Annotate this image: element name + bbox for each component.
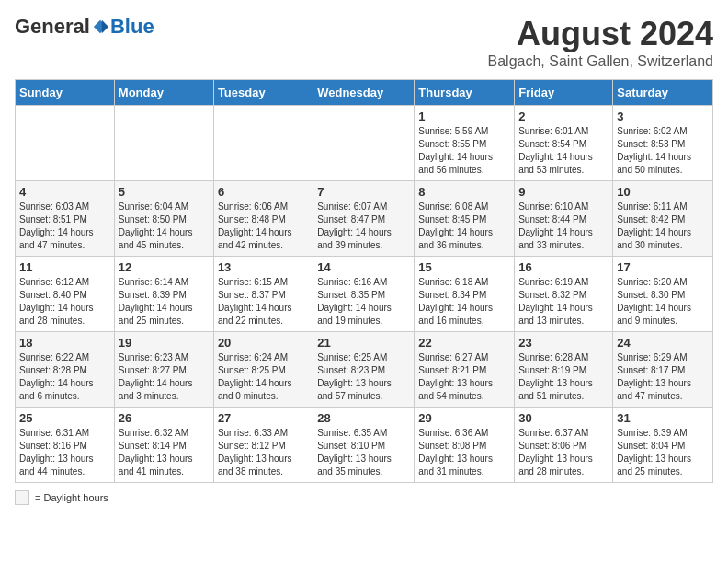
logo-icon <box>92 18 108 35</box>
day-number: 2 <box>518 109 609 123</box>
calendar-header-saturday: Saturday <box>613 80 713 106</box>
day-info: Sunrise: 6:18 AMSunset: 8:34 PMDaylight:… <box>418 276 510 327</box>
day-number: 8 <box>418 185 510 199</box>
day-info: Sunrise: 6:27 AMSunset: 8:21 PMDaylight:… <box>418 351 510 403</box>
calendar-cell: 27Sunrise: 6:33 AMSunset: 8:12 PMDayligh… <box>213 408 313 483</box>
calendar-header-thursday: Thursday <box>415 80 515 106</box>
calendar-cell: 4Sunrise: 6:03 AMSunset: 8:51 PMDaylight… <box>16 181 115 257</box>
day-number: 21 <box>317 336 410 350</box>
calendar-cell: 13Sunrise: 6:15 AMSunset: 8:37 PMDayligh… <box>213 257 313 332</box>
day-info: Sunrise: 6:16 AMSunset: 8:35 PMDaylight:… <box>317 276 410 327</box>
title-block: August 2024 Balgach, Saint Gallen, Switz… <box>488 15 713 70</box>
calendar-cell <box>213 106 313 181</box>
day-info: Sunrise: 6:12 AMSunset: 8:40 PMDaylight:… <box>19 276 110 327</box>
calendar-header-row: SundayMondayTuesdayWednesdayThursdayFrid… <box>16 80 713 106</box>
day-info: Sunrise: 6:11 AMSunset: 8:42 PMDaylight:… <box>617 201 709 252</box>
day-info: Sunrise: 6:15 AMSunset: 8:37 PMDaylight:… <box>218 276 309 327</box>
day-number: 4 <box>19 185 110 199</box>
calendar-cell: 12Sunrise: 6:14 AMSunset: 8:39 PMDayligh… <box>114 257 213 332</box>
day-info: Sunrise: 5:59 AMSunset: 8:55 PMDaylight:… <box>418 125 510 177</box>
calendar-cell: 20Sunrise: 6:24 AMSunset: 8:25 PMDayligh… <box>213 332 313 408</box>
day-info: Sunrise: 6:04 AMSunset: 8:50 PMDaylight:… <box>119 201 210 252</box>
day-number: 22 <box>418 336 510 350</box>
calendar-cell: 19Sunrise: 6:23 AMSunset: 8:27 PMDayligh… <box>114 332 213 408</box>
day-number: 3 <box>617 109 709 123</box>
day-number: 28 <box>317 411 410 425</box>
day-number: 9 <box>518 185 609 199</box>
day-number: 5 <box>119 185 210 199</box>
calendar-cell <box>16 106 115 181</box>
day-number: 18 <box>19 336 110 350</box>
calendar-cell: 10Sunrise: 6:11 AMSunset: 8:42 PMDayligh… <box>613 181 713 257</box>
day-number: 23 <box>518 336 609 350</box>
day-number: 29 <box>418 411 510 425</box>
calendar-cell: 31Sunrise: 6:39 AMSunset: 8:04 PMDayligh… <box>613 408 713 483</box>
calendar-cell <box>313 106 415 181</box>
day-info: Sunrise: 6:32 AMSunset: 8:14 PMDaylight:… <box>119 427 210 478</box>
day-number: 11 <box>19 260 110 274</box>
day-number: 17 <box>617 260 709 274</box>
calendar-cell: 28Sunrise: 6:35 AMSunset: 8:10 PMDayligh… <box>313 408 415 483</box>
calendar-cell: 2Sunrise: 6:01 AMSunset: 8:54 PMDaylight… <box>515 106 613 181</box>
calendar-cell: 11Sunrise: 6:12 AMSunset: 8:40 PMDayligh… <box>16 257 115 332</box>
calendar-header-sunday: Sunday <box>16 80 115 106</box>
calendar-week-row: 4Sunrise: 6:03 AMSunset: 8:51 PMDaylight… <box>16 181 713 257</box>
day-number: 7 <box>317 185 410 199</box>
calendar-header-tuesday: Tuesday <box>213 80 313 106</box>
day-number: 27 <box>218 411 309 425</box>
day-number: 6 <box>218 185 309 199</box>
day-info: Sunrise: 6:25 AMSunset: 8:23 PMDaylight:… <box>317 351 410 403</box>
day-info: Sunrise: 6:31 AMSunset: 8:16 PMDaylight:… <box>19 427 110 478</box>
location-title: Balgach, Saint Gallen, Switzerland <box>488 53 713 70</box>
day-info: Sunrise: 6:29 AMSunset: 8:17 PMDaylight:… <box>617 351 709 403</box>
day-number: 16 <box>518 260 609 274</box>
calendar-cell: 29Sunrise: 6:36 AMSunset: 8:08 PMDayligh… <box>415 408 515 483</box>
day-number: 10 <box>617 185 709 199</box>
calendar-cell: 16Sunrise: 6:19 AMSunset: 8:32 PMDayligh… <box>515 257 613 332</box>
calendar-cell: 1Sunrise: 5:59 AMSunset: 8:55 PMDaylight… <box>415 106 515 181</box>
day-info: Sunrise: 6:24 AMSunset: 8:25 PMDaylight:… <box>218 351 309 403</box>
day-number: 14 <box>317 260 410 274</box>
calendar-cell: 6Sunrise: 6:06 AMSunset: 8:48 PMDaylight… <box>213 181 313 257</box>
day-info: Sunrise: 6:20 AMSunset: 8:30 PMDaylight:… <box>617 276 709 327</box>
calendar-table: SundayMondayTuesdayWednesdayThursdayFrid… <box>15 79 713 483</box>
day-number: 20 <box>218 336 309 350</box>
calendar-week-row: 25Sunrise: 6:31 AMSunset: 8:16 PMDayligh… <box>16 408 713 483</box>
day-info: Sunrise: 6:35 AMSunset: 8:10 PMDaylight:… <box>317 427 410 478</box>
legend-box <box>15 490 29 505</box>
logo-blue: Blue <box>110 15 154 39</box>
day-number: 25 <box>19 411 110 425</box>
calendar-cell: 5Sunrise: 6:04 AMSunset: 8:50 PMDaylight… <box>114 181 213 257</box>
calendar-header-wednesday: Wednesday <box>313 80 415 106</box>
calendar-header-friday: Friday <box>515 80 613 106</box>
calendar-cell: 24Sunrise: 6:29 AMSunset: 8:17 PMDayligh… <box>613 332 713 408</box>
calendar-cell: 14Sunrise: 6:16 AMSunset: 8:35 PMDayligh… <box>313 257 415 332</box>
day-info: Sunrise: 6:02 AMSunset: 8:53 PMDaylight:… <box>617 125 709 177</box>
day-number: 12 <box>119 260 210 274</box>
calendar-week-row: 11Sunrise: 6:12 AMSunset: 8:40 PMDayligh… <box>16 257 713 332</box>
calendar-week-row: 18Sunrise: 6:22 AMSunset: 8:28 PMDayligh… <box>16 332 713 408</box>
day-info: Sunrise: 6:06 AMSunset: 8:48 PMDaylight:… <box>218 201 309 252</box>
day-number: 1 <box>418 109 510 123</box>
day-info: Sunrise: 6:37 AMSunset: 8:06 PMDaylight:… <box>518 427 609 478</box>
calendar-cell: 3Sunrise: 6:02 AMSunset: 8:53 PMDaylight… <box>613 106 713 181</box>
day-info: Sunrise: 6:28 AMSunset: 8:19 PMDaylight:… <box>518 351 609 403</box>
calendar-cell: 22Sunrise: 6:27 AMSunset: 8:21 PMDayligh… <box>415 332 515 408</box>
day-number: 30 <box>518 411 609 425</box>
calendar-week-row: 1Sunrise: 5:59 AMSunset: 8:55 PMDaylight… <box>16 106 713 181</box>
calendar-cell: 30Sunrise: 6:37 AMSunset: 8:06 PMDayligh… <box>515 408 613 483</box>
day-info: Sunrise: 6:01 AMSunset: 8:54 PMDaylight:… <box>518 125 609 177</box>
day-number: 19 <box>119 336 210 350</box>
logo: General Blue <box>15 15 154 39</box>
calendar-cell: 26Sunrise: 6:32 AMSunset: 8:14 PMDayligh… <box>114 408 213 483</box>
day-number: 15 <box>418 260 510 274</box>
day-info: Sunrise: 6:10 AMSunset: 8:44 PMDaylight:… <box>518 201 609 252</box>
day-info: Sunrise: 6:39 AMSunset: 8:04 PMDaylight:… <box>617 427 709 478</box>
calendar-cell: 17Sunrise: 6:20 AMSunset: 8:30 PMDayligh… <box>613 257 713 332</box>
legend-label: = Daylight hours <box>35 492 108 503</box>
day-number: 31 <box>617 411 709 425</box>
calendar-cell: 9Sunrise: 6:10 AMSunset: 8:44 PMDaylight… <box>515 181 613 257</box>
day-info: Sunrise: 6:19 AMSunset: 8:32 PMDaylight:… <box>518 276 609 327</box>
svg-marker-1 <box>102 20 108 33</box>
page-header: General Blue August 2024 Balgach, Saint … <box>15 15 713 70</box>
